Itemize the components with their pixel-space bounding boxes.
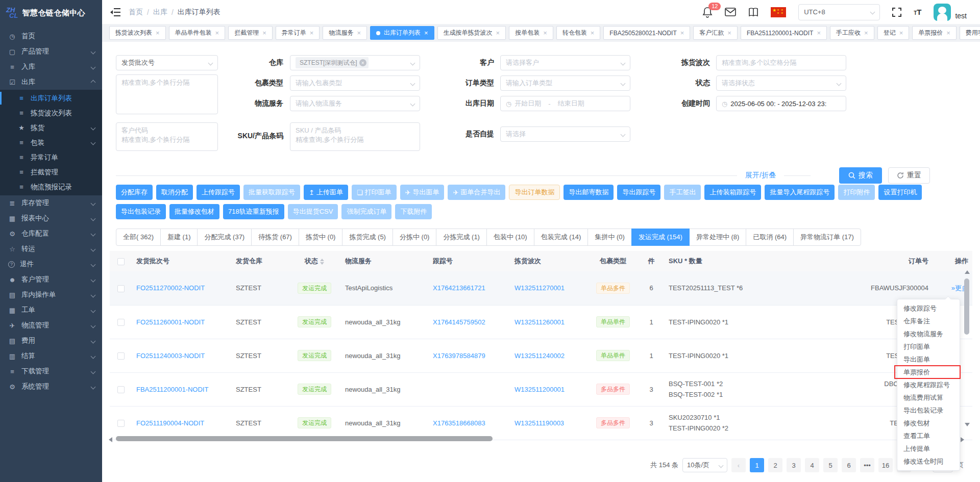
close-icon[interactable]: × <box>946 29 950 37</box>
row-checkbox[interactable] <box>117 285 125 292</box>
toolbar-button[interactable]: 718轨迹重新预报 <box>223 204 284 219</box>
sidebar-item[interactable]: ☆转运 <box>0 241 102 257</box>
row-checkbox[interactable] <box>117 352 125 360</box>
reset-button[interactable]: 重置 <box>888 167 930 184</box>
sidebar-item[interactable]: ⚙仓库配置 <box>0 226 102 241</box>
page-size-select[interactable]: 10条/页 <box>682 458 727 472</box>
sort-desc-icon[interactable] <box>320 262 324 265</box>
self-pickup-select[interactable]: 请选择 <box>500 126 630 142</box>
close-icon[interactable]: × <box>864 29 868 37</box>
toolbar-button[interactable]: 导出提货CSV <box>288 204 338 219</box>
scroll-left-icon[interactable] <box>109 437 112 442</box>
pick-wave-link[interactable]: W132511240002 <box>514 352 565 360</box>
horizontal-scroll-thumb[interactable] <box>116 436 493 441</box>
sidebar-item[interactable]: ◷首页 <box>0 29 102 44</box>
toolbar-button[interactable]: 分配库存 <box>116 185 153 200</box>
fullscreen-icon[interactable] <box>892 8 901 17</box>
toolbar-button[interactable]: 取消分配 <box>156 185 193 200</box>
menu-item[interactable]: 打印面单 <box>897 340 960 353</box>
sort-asc-icon[interactable] <box>320 259 324 261</box>
status-tab[interactable]: 集拼中 (0) <box>587 229 632 246</box>
sidebar-item[interactable]: ≡物流预报记录 <box>0 180 102 194</box>
sidebar-item[interactable]: ≡入库 <box>0 59 102 74</box>
batch-number-link[interactable]: FO2511270002-NODIT <box>136 284 205 292</box>
sidebar-item[interactable]: ≡下载管理 <box>0 364 102 379</box>
outbound-date-range[interactable]: ◷ 开始日期 - 结束日期 <box>500 96 630 111</box>
order-type-select[interactable]: 请输入订单类型 <box>500 75 630 91</box>
tab[interactable]: FBA2511200001-NODIT× <box>741 26 827 40</box>
page-button[interactable]: ••• <box>860 458 874 472</box>
menu-item[interactable]: 仓库备注 <box>897 315 960 327</box>
sidebar-item[interactable]: ≡拦截管理 <box>0 165 102 180</box>
tab[interactable]: 转仓包装× <box>556 26 601 40</box>
close-icon[interactable]: × <box>591 29 595 37</box>
handbook-icon[interactable] <box>748 8 758 17</box>
close-icon[interactable]: × <box>262 29 266 37</box>
toolbar-button[interactable]: ↥上传面单 <box>304 185 348 200</box>
avatar[interactable] <box>934 4 951 21</box>
menu-item[interactable]: 单票报价 <box>897 366 960 378</box>
sidebar-item[interactable]: ▥结算 <box>0 348 102 364</box>
package-type-select[interactable]: 请输入包裹类型 <box>290 75 420 91</box>
status-select[interactable]: 请选择状态 <box>716 75 846 91</box>
toolbar-button[interactable]: 设置打印机 <box>878 185 922 200</box>
menu-item[interactable]: 物流费用试算 <box>897 391 960 404</box>
toolbar-button[interactable]: 上传装箱跟踪号 <box>704 185 761 200</box>
close-icon[interactable]: × <box>156 29 160 37</box>
pick-wave-input[interactable]: 精准查询,多个以空格分隔 <box>716 55 846 70</box>
tab[interactable]: 单票报价× <box>912 26 957 40</box>
menu-item[interactable]: 修改物流服务 <box>897 327 960 340</box>
row-checkbox[interactable] <box>117 319 125 326</box>
collapse-menu-icon[interactable] <box>110 8 120 17</box>
sku-barcode-textarea[interactable] <box>290 122 420 151</box>
tracking-number-link[interactable]: X1764145759502 <box>433 318 485 326</box>
toolbar-button[interactable]: 强制完成订单 <box>341 204 391 219</box>
toolbar-button[interactable]: 上传跟踪号 <box>197 185 240 200</box>
page-button[interactable]: 4 <box>805 458 819 472</box>
customer-select[interactable]: 请选择客户 <box>500 55 630 70</box>
sidebar-item[interactable]: ▤库内操作单 <box>0 287 102 302</box>
page-button[interactable]: 5 <box>823 458 838 472</box>
menu-item[interactable]: 导出面单 <box>897 353 960 366</box>
tracking-number-link[interactable]: X1763978584879 <box>433 352 485 360</box>
tab[interactable]: 客户汇款× <box>693 26 738 40</box>
batch-number-link[interactable]: FBA2511200001-NODIT <box>136 386 208 393</box>
search-button[interactable]: 搜索 <box>839 167 882 184</box>
notification-bell-icon[interactable]: 12 <box>702 7 713 18</box>
scroll-down-icon[interactable] <box>965 423 970 426</box>
toolbar-button[interactable]: 下载附件 <box>395 204 432 219</box>
sidebar-item[interactable]: ≡包装 <box>0 135 102 150</box>
close-icon[interactable]: × <box>680 29 684 37</box>
close-icon[interactable]: × <box>310 29 314 37</box>
pick-wave-link[interactable]: W132511260001 <box>514 318 565 326</box>
close-icon[interactable]: × <box>215 29 219 37</box>
sidebar-item[interactable]: ⚙系统管理 <box>0 379 102 394</box>
sidebar-item[interactable]: ▢产品管理 <box>0 44 102 59</box>
menu-item[interactable]: 上传提单 <box>897 442 960 455</box>
sidebar-item[interactable]: ★拣货 <box>0 120 102 135</box>
batch-type-select[interactable]: 发货批次号 <box>116 55 218 70</box>
select-all-checkbox[interactable] <box>117 258 125 265</box>
menu-item[interactable]: 修改送仓时间 <box>897 455 960 468</box>
menu-item[interactable]: 修改尾程跟踪号 <box>897 378 960 391</box>
close-icon[interactable]: × <box>899 29 903 37</box>
page-button[interactable]: 3 <box>787 458 801 472</box>
close-icon[interactable]: × <box>817 29 821 37</box>
sidebar-item[interactable]: ▦工单 <box>0 302 102 318</box>
toolbar-button[interactable]: 手工签出 <box>664 185 701 200</box>
status-tab[interactable]: 全部( 362) <box>116 229 161 246</box>
tab[interactable]: FBA2505280021-NODIT× <box>603 26 690 40</box>
created-time-range[interactable]: ◷ 2025-06-05 00: - 2025-12-03 23: <box>716 96 846 111</box>
toolbar-button[interactable]: 导出跟踪号 <box>617 185 660 200</box>
tab[interactable]: 生成按单拣货波次× <box>437 26 506 40</box>
status-tab[interactable]: 拣货中 (0) <box>299 229 343 246</box>
toolbar-button[interactable]: 导出邮寄数据 <box>564 185 614 200</box>
toolbar-button[interactable]: 导出订单数据 <box>509 185 560 200</box>
status-tab[interactable]: 发运完成 (154) <box>631 229 690 246</box>
sidebar-item[interactable]: ≡拣货波次列表 <box>0 106 102 120</box>
vertical-scroll-thumb[interactable] <box>964 278 969 335</box>
expand-collapse-link[interactable]: 展开/折叠 <box>745 171 776 180</box>
customer-code-textarea[interactable] <box>116 122 218 151</box>
toolbar-button[interactable]: ✈面单合并导出 <box>448 185 505 200</box>
toolbar-button[interactable]: 批量修改包材 <box>169 204 219 219</box>
